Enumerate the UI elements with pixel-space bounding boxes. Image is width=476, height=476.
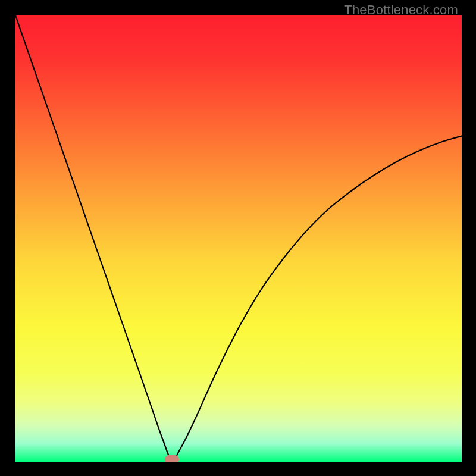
chart-frame: TheBottleneck.com	[0, 0, 476, 476]
bottleneck-curve	[15, 15, 462, 462]
plot-area	[15, 15, 462, 462]
minimum-marker	[165, 455, 179, 462]
watermark-text: TheBottleneck.com	[344, 2, 458, 18]
